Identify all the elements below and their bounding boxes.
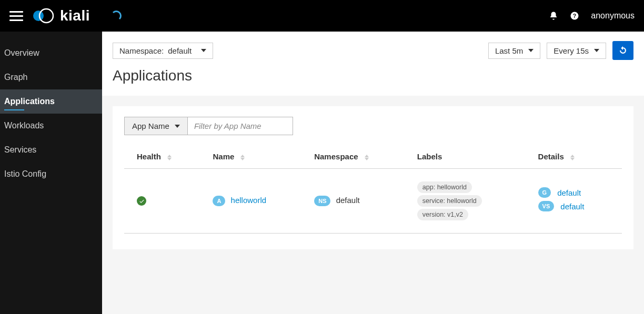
- label-badge: app: helloworld: [417, 181, 472, 193]
- col-details[interactable]: Details: [532, 146, 622, 169]
- namespace-label: Namespace:: [119, 46, 164, 55]
- bell-icon[interactable]: [549, 11, 558, 21]
- menu-toggle[interactable]: [9, 11, 23, 21]
- virtualservice-badge: VS: [538, 201, 555, 211]
- health-ok-icon: [137, 196, 146, 206]
- detail-item: G default: [538, 187, 616, 198]
- page-title: Applications: [113, 67, 633, 84]
- sidebar-item-services[interactable]: Services: [0, 138, 102, 162]
- namespace-text: default: [336, 196, 360, 205]
- sidebar-item-applications[interactable]: Applications: [0, 89, 102, 114]
- app-name-link[interactable]: helloworld: [231, 196, 267, 205]
- time-range-selector[interactable]: Last 5m: [488, 43, 540, 59]
- chevron-down-icon: [201, 49, 206, 52]
- help-icon[interactable]: ?: [570, 11, 579, 21]
- col-labels: Labels: [411, 146, 532, 169]
- table-row: A helloworld NS default app: helloworld …: [124, 169, 622, 234]
- col-health[interactable]: Health: [124, 146, 206, 169]
- detail-link[interactable]: default: [560, 202, 584, 211]
- brand-name: kiali: [60, 7, 90, 24]
- loading-spinner-icon: [111, 11, 122, 21]
- sidebar-item-istio-config[interactable]: Istio Config: [0, 162, 102, 186]
- refresh-icon: [618, 46, 628, 55]
- refresh-interval-value: Every 15s: [554, 46, 589, 55]
- sidebar-item-workloads[interactable]: Workloads: [0, 114, 102, 138]
- sidebar: Overview Graph Applications Workloads Se…: [0, 32, 102, 314]
- filter-type-dropdown[interactable]: App Name: [124, 117, 188, 135]
- main-content: Namespace: default Last 5m Every 15s: [102, 32, 644, 314]
- refresh-interval-selector[interactable]: Every 15s: [547, 43, 606, 59]
- chevron-down-icon: [594, 49, 599, 52]
- sidebar-item-graph[interactable]: Graph: [0, 65, 102, 89]
- sort-icon: [365, 155, 369, 160]
- label-badge: version: v1,v2: [417, 209, 468, 220]
- content-panel: App Name Health Name: [113, 106, 633, 249]
- brand-logo[interactable]: kiali: [33, 7, 90, 24]
- chevron-down-icon: [528, 49, 534, 52]
- applications-table: Health Name Namespace Labels: [124, 146, 622, 234]
- filter-type-label: App Name: [132, 121, 169, 130]
- topbar: kiali ? anonymous: [0, 0, 644, 32]
- kiali-logo-icon: [33, 8, 55, 24]
- col-name[interactable]: Name: [206, 146, 308, 169]
- app-badge: A: [213, 196, 225, 206]
- sort-icon: [167, 155, 172, 160]
- page-header: Namespace: default Last 5m Every 15s: [102, 32, 644, 96]
- col-namespace[interactable]: Namespace: [308, 146, 411, 169]
- time-range-value: Last 5m: [495, 46, 523, 55]
- refresh-button[interactable]: [612, 41, 633, 60]
- chevron-down-icon: [175, 125, 180, 128]
- sort-icon: [240, 155, 245, 160]
- svg-text:?: ?: [573, 13, 576, 19]
- detail-item: VS default: [538, 201, 616, 211]
- label-badge: service: helloworld: [417, 195, 482, 207]
- namespace-badge: NS: [314, 196, 330, 206]
- gateway-badge: G: [538, 187, 551, 198]
- svg-point-0: [33, 11, 44, 21]
- namespace-selector[interactable]: Namespace: default: [113, 43, 213, 59]
- filter-input[interactable]: [188, 117, 293, 135]
- filter-bar: App Name: [124, 117, 622, 135]
- sidebar-item-overview[interactable]: Overview: [0, 41, 102, 65]
- detail-link[interactable]: default: [557, 188, 581, 197]
- sort-icon: [570, 155, 575, 160]
- user-label[interactable]: anonymous: [591, 11, 635, 21]
- namespace-value: default: [168, 46, 192, 55]
